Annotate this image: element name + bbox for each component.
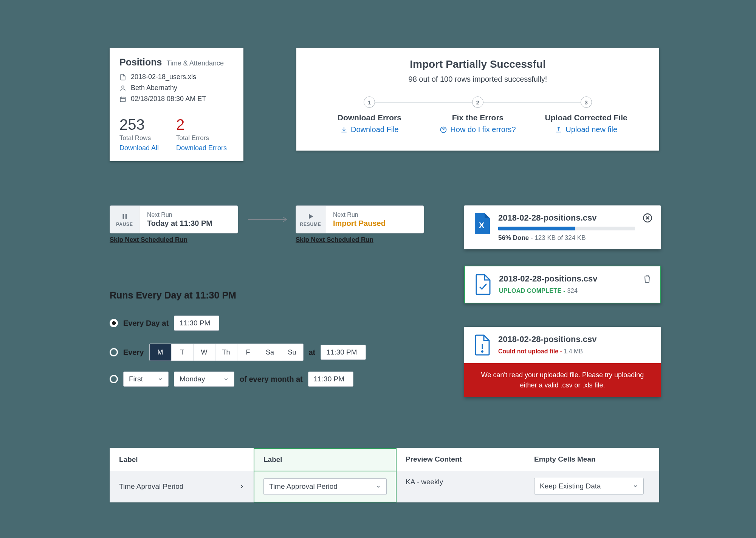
next-run-pause-box: PAUSE Next Run Today at 11:30 PM	[110, 205, 238, 233]
positions-title: Positions	[119, 57, 162, 68]
mapping-body-row: Time Aproval Period Time Approval Period…	[110, 471, 659, 502]
every-week-label: Every	[123, 348, 144, 357]
arrow-icon	[248, 216, 290, 223]
excel-file-icon: X	[472, 213, 491, 234]
step-number: 1	[364, 96, 375, 108]
user-icon	[119, 85, 126, 92]
every-day-time-input[interactable]: 11:30 PM	[174, 316, 219, 331]
header-label-2: Label	[254, 449, 396, 471]
positions-subtitle: Time & Attendance	[167, 59, 224, 67]
upload-progress-fill	[498, 227, 575, 230]
file-alert-icon	[472, 334, 491, 356]
import-subtext: 98 out of 100 rows imported successfully…	[315, 75, 640, 84]
calendar-icon	[119, 96, 126, 103]
how-fix-errors-link[interactable]: How do I fix errors?	[440, 125, 516, 134]
svg-marker-6	[309, 214, 313, 219]
divider	[110, 110, 243, 110]
source-label-cell[interactable]: Time Aproval Period	[110, 471, 254, 502]
every-day-label: Every Day at	[123, 319, 169, 328]
import-title: Import Partially Successful	[315, 58, 640, 70]
positions-card: Positions Time & Attendance 2018-02-18_u…	[110, 48, 243, 161]
upload-complete-card: 2018-02-28-positions.csv UPLOAD COMPLETE…	[464, 266, 661, 303]
total-rows-stat: 253 Total Rows Download All	[119, 117, 159, 152]
chevron-down-icon	[223, 376, 229, 382]
every-week-at-label: at	[309, 348, 316, 357]
positions-file: 2018-02-18_users.xls	[131, 73, 196, 81]
download-file-link[interactable]: Download File	[340, 125, 399, 134]
header-preview: Preview Content	[397, 448, 525, 471]
upload-filename: 2018-02-28-positions.csv	[498, 334, 652, 344]
cancel-upload-button[interactable]	[643, 213, 652, 223]
svg-point-0	[122, 86, 124, 88]
mapping-header-row: Label Label Preview Content Empty Cells …	[110, 448, 659, 471]
svg-point-10	[482, 351, 483, 352]
next-run-label: Next Run	[333, 211, 416, 218]
total-rows-label: Total Rows	[119, 134, 159, 142]
upload-filename: 2018-02-28-positions.csv	[498, 213, 635, 223]
weekday-select[interactable]: Monday	[174, 372, 234, 387]
skip-next-run-link-1[interactable]: Skip Next Scheduled Run	[110, 236, 187, 244]
chevron-down-icon	[633, 484, 638, 489]
positions-user: Beth Abernathy	[131, 84, 177, 92]
day-th[interactable]: Th	[215, 344, 237, 361]
mapping-table: Label Label Preview Content Empty Cells …	[110, 448, 659, 502]
upload-error-card: 2018-02-28-positions.csv Could not uploa…	[464, 327, 661, 397]
monthly-label: of every month at	[240, 375, 303, 384]
preview-content-cell: KA - weekly	[397, 471, 525, 502]
file-icon	[119, 74, 126, 81]
step-number: 2	[472, 96, 483, 108]
upload-progress-status: 56% Done - 123 KB of 324 KB	[498, 234, 635, 242]
chevron-right-icon	[239, 484, 245, 489]
day-f[interactable]: F	[237, 344, 259, 361]
play-icon	[307, 212, 315, 221]
skip-next-run-link-2[interactable]: Skip Next Scheduled Run	[296, 236, 373, 244]
header-empty: Empty Cells Mean	[525, 448, 659, 471]
total-rows-value: 253	[119, 117, 159, 132]
next-run-label: Next Run	[147, 211, 230, 218]
step-upload-corrected: 3 Upload Corrected File Upload new file	[532, 96, 640, 135]
step-number: 3	[581, 96, 592, 108]
delete-upload-button[interactable]	[643, 274, 652, 284]
file-check-icon	[473, 274, 491, 295]
empty-cells-select[interactable]: Keep Existing Data	[534, 478, 644, 494]
download-icon	[340, 126, 348, 134]
positions-datetime: 02/18/2018 08:30 AM ET	[131, 95, 206, 103]
radio-every-day[interactable]	[110, 319, 118, 327]
monthly-time-input[interactable]: 11:30 PM	[308, 372, 353, 387]
upload-error-status: Could not upload file - 1.4 MB	[498, 348, 652, 355]
pause-button[interactable]: PAUSE	[110, 206, 139, 233]
import-paused-status: Import Paused	[333, 219, 416, 228]
day-su[interactable]: Su	[281, 344, 303, 361]
chevron-down-icon	[376, 484, 381, 489]
svg-text:X: X	[479, 221, 485, 230]
mapped-field-select[interactable]: Time Approval Period	[263, 478, 387, 495]
step-label: Upload Corrected File	[532, 113, 640, 122]
upload-progress-card: X 2018-02-28-positions.csv 56% Done - 12…	[464, 205, 661, 249]
radio-monthly[interactable]	[110, 375, 118, 383]
help-icon	[440, 126, 447, 134]
day-w[interactable]: W	[194, 344, 215, 361]
upload-new-file-link[interactable]: Upload new file	[555, 125, 617, 134]
header-label-1: Label	[110, 448, 254, 471]
radio-every-week[interactable]	[110, 348, 118, 356]
weekday-toggle: M T W Th F Sa Su	[149, 344, 304, 361]
upload-filename: 2018-02-28-positions.csv	[499, 274, 635, 284]
ordinal-select[interactable]: First	[123, 372, 169, 387]
upload-complete-status: UPLOAD COMPLETE - 324	[499, 288, 635, 294]
next-run-resume-box: RESUME Next Run Import Paused	[296, 205, 424, 233]
download-errors-link[interactable]: Download Errors	[176, 144, 227, 152]
download-all-link[interactable]: Download All	[119, 144, 159, 152]
upload-error-banner: We can't read your uploaded file. Please…	[464, 363, 661, 397]
svg-rect-3	[122, 214, 124, 219]
upload-progress-bar	[498, 227, 635, 230]
next-run-time: Today at 11:30 PM	[147, 219, 230, 228]
svg-rect-4	[125, 214, 127, 219]
total-errors-stat: 2 Total Errors Download Errors	[176, 117, 227, 152]
day-sa[interactable]: Sa	[259, 344, 281, 361]
day-t[interactable]: T	[172, 344, 194, 361]
every-week-time-input[interactable]: 11:30 PM	[321, 345, 366, 360]
resume-button[interactable]: RESUME	[296, 206, 325, 233]
day-m[interactable]: M	[150, 344, 172, 361]
total-errors-value: 2	[176, 117, 227, 132]
step-label: Fix the Errors	[424, 113, 532, 122]
